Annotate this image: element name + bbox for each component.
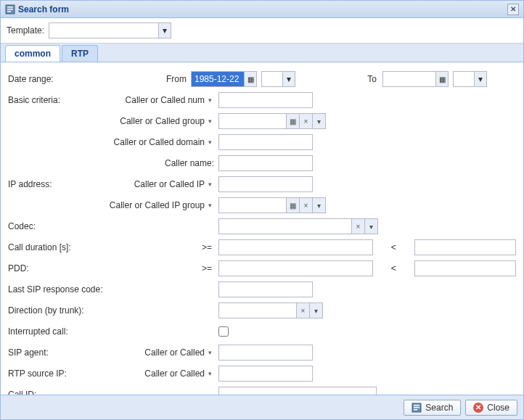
clear-icon[interactable]: ×	[351, 219, 364, 234]
last-sip-input[interactable]	[218, 281, 313, 297]
time-from-combo[interactable]: ▾	[261, 71, 295, 87]
grid-icon[interactable]: ▦	[286, 114, 299, 128]
clear-icon[interactable]: ×	[299, 198, 312, 213]
sip-agent-label: SIP agent:	[8, 347, 89, 358]
sip-agent-input[interactable]	[218, 345, 313, 361]
caller-called-ip-label: Caller or Called IP	[134, 179, 205, 189]
time-to-combo[interactable]: ▾	[453, 71, 487, 87]
search-button[interactable]: Search	[404, 400, 461, 416]
num-input[interactable]	[218, 92, 313, 108]
rtp-source-input[interactable]	[218, 366, 313, 382]
to-label: To	[295, 74, 382, 84]
chevron-down-icon[interactable]: ▾	[312, 114, 325, 128]
chevron-down-icon[interactable]: ▾	[206, 96, 214, 104]
codec-field[interactable]: × ▾	[218, 218, 378, 234]
lt-operator: <	[373, 263, 414, 273]
caller-called-num-label: Caller or Called num	[126, 95, 205, 105]
form-body: Date range: From ▦ ▾ To ▦ ▾ Basic	[1, 62, 523, 395]
form-icon	[5, 4, 15, 15]
caller-called-ip-group-label: Caller or Called IP group	[110, 200, 205, 210]
tab-rtp[interactable]: RTP	[62, 45, 98, 62]
close-button-label: Close	[487, 403, 509, 413]
caller-called-group-label: Caller or Called group	[120, 116, 205, 126]
chevron-down-icon[interactable]: ▾	[158, 23, 171, 38]
clear-icon[interactable]: ×	[296, 303, 309, 318]
svg-rect-5	[414, 405, 419, 406]
form-icon	[412, 403, 422, 413]
search-form-window: Search form ✕ Template: ▾ common RTP Dat…	[0, 0, 524, 420]
ip-address-label: IP address:	[8, 179, 89, 189]
calendar-icon[interactable]: ▦	[435, 72, 448, 86]
ip-group-input[interactable]	[219, 198, 286, 213]
caller-called-label: Caller or Called	[144, 347, 205, 358]
ip-group-field[interactable]: ▦ × ▾	[218, 197, 326, 213]
group-input[interactable]	[219, 114, 286, 128]
template-input[interactable]	[49, 23, 158, 38]
time-to-input[interactable]	[454, 72, 474, 86]
duration-ge-input[interactable]	[218, 239, 373, 255]
chevron-down-icon[interactable]: ▾	[312, 198, 325, 213]
chevron-down-icon[interactable]: ▾	[206, 202, 214, 209]
svg-rect-3	[7, 11, 11, 12]
pdd-lt-input[interactable]	[414, 260, 516, 276]
svg-rect-2	[7, 9, 13, 10]
ge-operator: >=	[200, 242, 214, 252]
titlebar: Search form ✕	[1, 1, 523, 18]
search-button-label: Search	[425, 403, 453, 413]
codec-input[interactable]	[219, 219, 351, 234]
template-row: Template: ▾	[1, 18, 523, 44]
window-title: Search form	[18, 4, 69, 15]
chevron-down-icon[interactable]: ▾	[206, 139, 214, 146]
chevron-down-icon[interactable]: ▾	[364, 219, 377, 234]
time-from-input[interactable]	[262, 72, 282, 86]
domain-input[interactable]	[218, 134, 313, 150]
pdd-ge-input[interactable]	[218, 260, 373, 276]
caller-name-input[interactable]	[218, 155, 313, 171]
template-label: Template:	[7, 25, 44, 36]
call-id-input[interactable]	[218, 387, 377, 395]
svg-rect-7	[414, 409, 417, 411]
date-from-field[interactable]: ▦	[191, 71, 257, 87]
chevron-down-icon[interactable]: ▾	[206, 349, 214, 356]
group-field[interactable]: ▦ × ▾	[218, 113, 326, 129]
direction-label: Direction (by trunk):	[8, 305, 218, 316]
interrupted-checkbox[interactable]	[218, 326, 229, 337]
date-from-input[interactable]	[192, 72, 244, 86]
template-combo[interactable]: ▾	[49, 22, 171, 38]
date-to-input[interactable]	[383, 72, 435, 86]
last-sip-label: Last SIP response code:	[8, 284, 218, 295]
close-button[interactable]: ✕ Close	[465, 400, 517, 416]
chevron-down-icon[interactable]: ▾	[206, 181, 214, 188]
calendar-icon[interactable]: ▦	[244, 72, 256, 86]
direction-input[interactable]	[219, 303, 296, 318]
date-to-field[interactable]: ▦	[382, 71, 449, 87]
tab-common[interactable]: common	[5, 45, 60, 62]
call-id-label: Call ID:	[8, 390, 218, 395]
window-close-button[interactable]: ✕	[507, 4, 519, 15]
rtp-source-label: RTP source IP:	[8, 368, 89, 379]
duration-lt-input[interactable]	[414, 239, 516, 255]
caller-called-label: Caller or Called	[144, 368, 205, 379]
svg-rect-1	[7, 7, 13, 8]
clear-icon[interactable]: ×	[299, 114, 312, 128]
chevron-down-icon[interactable]: ▾	[282, 72, 295, 86]
bottom-toolbar: Search ✕ Close	[1, 395, 523, 419]
ip-input[interactable]	[218, 176, 313, 192]
basic-criteria-label: Basic criteria:	[8, 95, 89, 105]
close-icon: ✕	[473, 403, 483, 413]
grid-icon[interactable]: ▦	[286, 198, 299, 213]
chevron-down-icon[interactable]: ▾	[206, 118, 214, 125]
codec-label: Codec:	[8, 221, 89, 231]
ge-operator: >=	[200, 263, 214, 273]
from-label: From	[89, 74, 191, 84]
pdd-label: PDD:	[8, 263, 89, 273]
chevron-down-icon[interactable]: ▾	[309, 303, 322, 318]
caller-called-domain-label: Caller or Called domain	[114, 137, 205, 147]
tab-strip: common RTP	[1, 44, 523, 62]
lt-operator: <	[373, 242, 414, 252]
interrupted-label: Interrupted call:	[8, 326, 218, 337]
chevron-down-icon[interactable]: ▾	[206, 370, 214, 377]
direction-field[interactable]: × ▾	[218, 302, 323, 318]
chevron-down-icon[interactable]: ▾	[474, 72, 486, 86]
date-range-label: Date range:	[8, 74, 89, 84]
